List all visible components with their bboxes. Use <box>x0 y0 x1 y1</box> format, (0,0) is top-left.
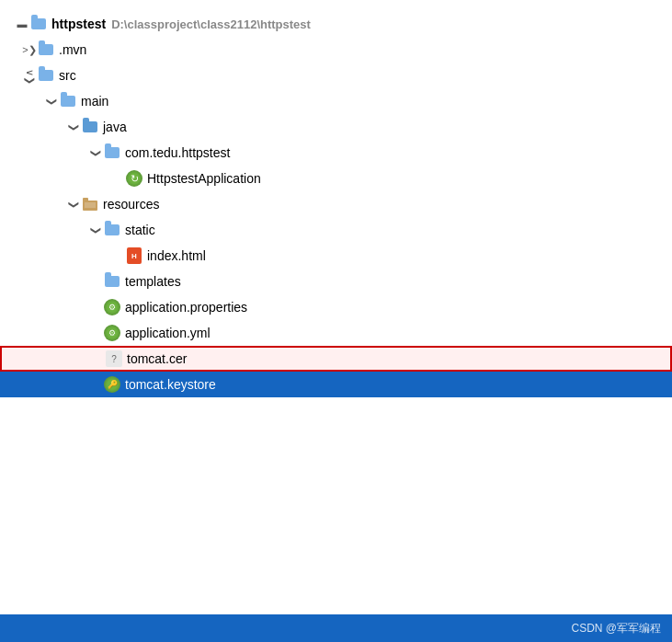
props-icon-application: ⚙ <box>103 299 121 315</box>
tree-item-app-properties[interactable]: ⚙ application.properties <box>0 294 672 320</box>
label-mvn: .mvn <box>59 42 86 57</box>
label-main: main <box>81 94 108 109</box>
arrow-main: ❯ <box>46 94 58 109</box>
folder-icon-static <box>103 222 121 238</box>
label-tomcat-keystore: tomcat.keystore <box>125 377 216 392</box>
root-path: D:\classproject\class2112\httpstest <box>111 17 311 31</box>
tree-root-item[interactable]: ▬ httpstest D:\classproject\class2112\ht… <box>0 11 672 37</box>
folder-icon-templates <box>103 273 121 290</box>
arrow-mvn: ❯ <box>22 44 37 56</box>
label-httpstest-app: HttpstestApplication <box>147 171 261 186</box>
label-com-tedu: com.tedu.httpstest <box>125 145 230 160</box>
tree-item-index-html[interactable]: H index.html <box>0 243 672 269</box>
root-name: httpstest <box>51 17 106 31</box>
tree-item-templates[interactable]: templates <box>0 269 672 294</box>
label-resources: resources <box>103 197 159 212</box>
tree-item-tomcat-keystore[interactable]: 🔑 tomcat.keystore <box>0 372 672 397</box>
label-tomcat-cer: tomcat.cer <box>127 351 187 366</box>
tree-item-tomcat-cer[interactable]: ? tomcat.cer <box>0 346 672 372</box>
file-tree: ▬ httpstest D:\classproject\class2112\ht… <box>0 0 672 589</box>
arrow-resources: ❯ <box>68 197 80 212</box>
tree-item-static[interactable]: ❯ static <box>0 217 672 243</box>
props-icon-yml: ⚙ <box>103 325 121 341</box>
tree-item-java[interactable]: ❯ java <box>0 114 672 140</box>
tree-item-resources[interactable]: ❯ resources <box>0 191 672 217</box>
label-static: static <box>125 223 155 237</box>
tree-item-main[interactable]: ❯ main <box>0 88 672 114</box>
root-arrow: ▬ <box>15 18 29 29</box>
label-app-yml: application.yml <box>125 326 211 340</box>
cert-icon-tomcat: ? <box>105 350 123 367</box>
folder-icon-java <box>81 119 99 135</box>
tree-item-httpstest-app[interactable]: HttpstestApplication <box>0 166 672 191</box>
tree-item-src[interactable]: ❯ src <box>0 63 672 88</box>
folder-icon-src <box>37 67 55 84</box>
html-icon-index: H <box>125 247 143 264</box>
keystore-icon-tomcat: 🔑 <box>103 376 121 393</box>
arrow-com-tedu: ❯ <box>90 145 102 160</box>
svg-rect-2 <box>83 198 88 201</box>
tree-item-com-tedu[interactable]: ❯ com.tedu.httpstest <box>0 140 672 166</box>
folder-icon-resources <box>81 196 99 212</box>
spring-icon-httpstest <box>125 170 143 187</box>
label-java: java <box>103 120 127 134</box>
tree-item-app-yml[interactable]: ⚙ application.yml <box>0 320 672 346</box>
folder-icon-mvn <box>37 41 55 58</box>
tree-item-mvn[interactable]: ❯ .mvn <box>0 37 672 63</box>
label-src: src <box>59 68 76 83</box>
bottom-bar: CSDN @军军编程 <box>0 614 672 642</box>
folder-icon-main <box>59 93 77 109</box>
watermark-text: CSDN @军军编程 <box>571 621 661 636</box>
arrow-src: ❯ <box>24 68 36 83</box>
root-folder-icon <box>29 16 48 32</box>
label-templates: templates <box>125 274 181 289</box>
arrow-java: ❯ <box>68 120 80 134</box>
folder-icon-com-tedu <box>103 144 121 161</box>
label-app-properties: application.properties <box>125 300 247 315</box>
arrow-static: ❯ <box>90 223 102 237</box>
label-index-html: index.html <box>147 248 206 263</box>
